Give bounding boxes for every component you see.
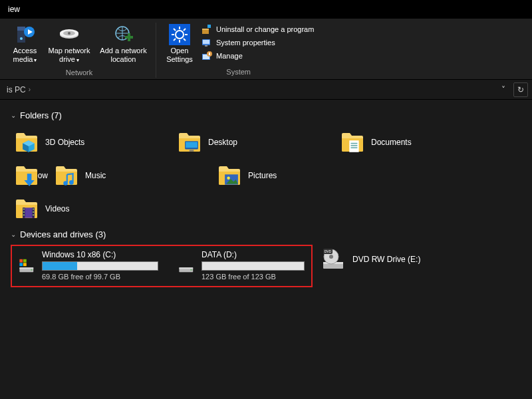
svg-rect-67 [179, 267, 193, 269]
chevron-down-icon: ▾ [34, 57, 37, 63]
svg-point-45 [69, 180, 74, 185]
add-network-location-button[interactable]: Add a networklocation [95, 23, 152, 66]
svg-rect-58 [33, 214, 34, 215]
svg-rect-27 [205, 45, 207, 47]
folder-music[interactable]: Music [48, 159, 211, 192]
svg-rect-1 [17, 27, 25, 31]
used-fill [43, 262, 77, 270]
document-icon [347, 140, 362, 153]
open-settings-button[interactable]: OpenSettings [160, 23, 199, 65]
refresh-icon[interactable]: ↻ [513, 82, 528, 97]
drive-dvd[interactable]: DVD DVD RW Drive (E:) [322, 245, 462, 271]
svg-rect-23 [202, 29, 209, 30]
dropdown-history-icon[interactable]: ˅ [496, 82, 511, 97]
svg-marker-43 [24, 180, 34, 186]
svg-rect-26 [203, 40, 209, 44]
label: Accessmedia [13, 47, 37, 63]
ribbon: Accessmedia▾ Map networkdrive▾ Add a net… [0, 19, 532, 80]
label: Map networkdrive [49, 47, 90, 63]
cube-icon [21, 140, 36, 153]
drive-usage-bar [42, 261, 158, 271]
svg-point-61 [31, 269, 32, 271]
folder-label: 3D Objects [45, 138, 84, 147]
svg-rect-57 [33, 211, 34, 213]
folder-desktop[interactable]: Desktop [171, 126, 334, 159]
dvd-drive-icon: DVD [322, 247, 346, 271]
properties-icon [201, 37, 212, 48]
folders-header-text: Folders (7) [20, 110, 62, 120]
svg-rect-62 [19, 259, 23, 263]
drive-c[interactable]: Windows 10 x86 (C:) 69.8 GB free of 99.7… [19, 250, 158, 281]
download-arrow-icon [21, 173, 36, 186]
svg-rect-56 [33, 208, 34, 209]
folder-label: Music [85, 171, 106, 180]
folder-downloads[interactable]: Dow [8, 159, 48, 192]
folder-documents[interactable]: Documents [334, 126, 497, 159]
uninstall-icon [201, 24, 212, 35]
breadcrumb-bar[interactable]: is PC › ˅ ↻ [0, 80, 532, 100]
folder-label: Documents [371, 138, 412, 147]
svg-rect-54 [23, 211, 25, 213]
svg-point-73 [329, 255, 333, 259]
manage-icon [201, 51, 212, 61]
drive-free-text: 123 GB free of 123 GB [201, 273, 305, 281]
label: Manage [216, 52, 243, 60]
server-media-icon [15, 24, 36, 45]
monitor-icon [184, 140, 199, 153]
folder-videos[interactable]: Videos [8, 192, 171, 225]
settings-gear-icon [169, 24, 190, 45]
drive-label: DVD RW Drive (E:) [352, 255, 420, 264]
svg-point-48 [227, 177, 229, 180]
drive-label: DATA (D:) [201, 250, 305, 259]
svg-rect-11 [128, 33, 130, 41]
label: System properties [216, 39, 275, 47]
hdd-icon [178, 250, 195, 274]
drive-free-text: 69.8 GB free of 99.7 GB [42, 273, 158, 281]
folder-label: Videos [45, 204, 69, 213]
film-icon [21, 206, 36, 219]
add-network-icon [113, 24, 134, 45]
chevron-right-icon: › [29, 86, 31, 93]
drives-header-text: Devices and drives (3) [20, 229, 106, 239]
folder-pictures[interactable]: Pictures [211, 159, 374, 192]
folders-grid: 3D Objects Desktop Documents Dow [8, 126, 532, 225]
drive-d[interactable]: DATA (D:) 123 GB free of 123 GB [178, 250, 305, 281]
network-drive-icon [59, 24, 80, 45]
breadcrumb-this-pc[interactable]: is PC [4, 85, 29, 94]
music-note-icon [61, 173, 76, 186]
tab-view[interactable]: iew [3, 2, 25, 17]
manage-button[interactable]: Manage [201, 51, 314, 61]
system-properties-button[interactable]: System properties [201, 37, 314, 48]
ribbon-tabstrip: iew [0, 0, 532, 19]
folders-section-header[interactable]: ⌄ Folders (7) [11, 110, 532, 120]
svg-rect-55 [23, 214, 25, 215]
svg-rect-38 [349, 140, 358, 152]
drive-usage-bar [201, 261, 305, 271]
label: OpenSettings [166, 47, 193, 64]
svg-rect-64 [19, 263, 23, 266]
ribbon-group-network: Accessmedia▾ Map networkdrive▾ Add a net… [3, 23, 156, 78]
ribbon-group-system: OpenSettings Uninstall or change a progr… [156, 23, 321, 78]
drives-section-header[interactable]: ⌄ Devices and drives (3) [11, 229, 532, 239]
svg-rect-36 [186, 142, 198, 148]
uninstall-program-button[interactable]: Uninstall or change a program [201, 24, 314, 35]
svg-rect-63 [23, 259, 27, 263]
svg-text:DVD: DVD [325, 249, 332, 253]
svg-rect-37 [190, 150, 194, 152]
map-network-drive-button[interactable]: Map networkdrive▾ [43, 23, 95, 66]
svg-rect-60 [19, 267, 33, 269]
group-title-system: System [226, 68, 251, 77]
access-media-button[interactable]: Accessmedia▾ [7, 23, 43, 66]
folder-label: Pictures [248, 171, 277, 180]
svg-rect-24 [207, 25, 211, 28]
chevron-down-icon: ▾ [76, 57, 79, 63]
svg-rect-53 [23, 208, 25, 209]
folder-3d-objects[interactable]: 3D Objects [8, 126, 171, 159]
group-title-network: Network [66, 68, 92, 78]
label: Add a networklocation [100, 47, 146, 64]
svg-point-68 [190, 269, 192, 271]
svg-point-8 [68, 32, 70, 35]
chevron-down-icon: ⌄ [11, 231, 16, 238]
svg-point-2 [20, 37, 23, 40]
folder-label: Desktop [208, 138, 237, 147]
